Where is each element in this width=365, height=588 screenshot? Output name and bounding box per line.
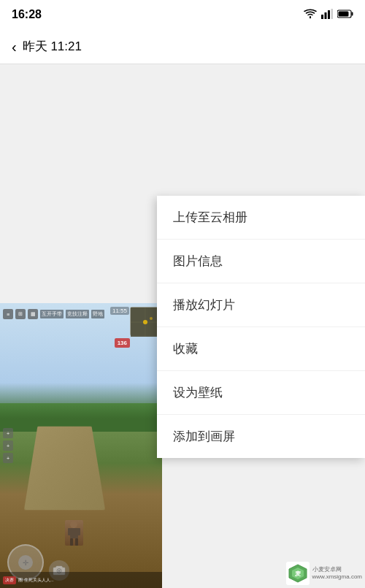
game-time: 11:55	[110, 307, 129, 315]
game-screenshot: ≡ ⊞ ▦ 互开手带 竞技注释 野地 11:55 136 +	[0, 303, 162, 588]
svg-rect-3	[328, 10, 330, 19]
svg-rect-7	[339, 12, 349, 17]
svg-point-0	[310, 16, 311, 18]
back-button[interactable]: ‹ 昨天 11:21	[12, 38, 82, 55]
status-bar: 16:28	[0, 0, 365, 29]
game-btn-1: +	[3, 428, 13, 438]
menu-item-favorite[interactable]: 收藏	[157, 327, 365, 371]
svg-rect-18	[75, 538, 78, 546]
nav-bar: ‹ 昨天 11:21	[0, 29, 365, 64]
wifi-icon	[304, 9, 317, 21]
battery-icon	[337, 9, 353, 20]
svg-rect-1	[321, 15, 323, 19]
svg-point-10	[150, 317, 153, 320]
game-mode-label: 互开手带	[40, 310, 64, 318]
watermark-logo: 麦	[286, 562, 310, 585]
game-bottom-bar: 决赛 圈 生死关头人人...	[0, 572, 162, 588]
joystick-center: ✛	[18, 555, 33, 570]
game-bottom-text: 圈 生死关头人人...	[18, 577, 54, 584]
game-menu-icon-1: ≡	[3, 309, 13, 319]
svg-rect-6	[352, 12, 353, 16]
mini-map	[130, 307, 159, 336]
game-character	[65, 520, 83, 546]
svg-rect-15	[68, 528, 71, 535]
game-top-left: ≡ ⊞ ▦ 互开手带 竞技注释 野地	[3, 309, 104, 319]
game-status-badge: 决赛	[3, 576, 16, 584]
watermark: 麦 小麦安卓网 www.xmsigma.com	[286, 562, 362, 585]
status-icons	[304, 9, 353, 21]
game-btn-2: +	[3, 440, 13, 451]
game-info-label: 竞技注释	[66, 310, 89, 318]
menu-item-set-wallpaper[interactable]: 设为壁纸	[157, 371, 365, 415]
svg-text:麦: 麦	[295, 570, 301, 577]
game-left-buttons: + + +	[3, 428, 13, 463]
signal-icon	[321, 9, 333, 21]
svg-rect-14	[70, 528, 78, 538]
joystick-arrows-icon: ✛	[23, 559, 28, 567]
svg-rect-17	[70, 538, 73, 546]
game-menu-icon-3: ▦	[28, 309, 38, 319]
game-btn-3: +	[3, 453, 13, 463]
status-time: 16:28	[12, 8, 42, 21]
game-extra-label: 野地	[91, 310, 104, 318]
game-menu-icon-2: ⊞	[15, 309, 26, 319]
menu-item-add-to-screen[interactable]: 添加到画屏	[157, 415, 365, 458]
svg-rect-2	[325, 12, 327, 19]
nav-title: 昨天 11:21	[23, 38, 82, 55]
player-count: 136	[115, 338, 130, 348]
svg-point-13	[70, 521, 77, 528]
menu-item-slideshow[interactable]: 播放幻灯片	[157, 283, 365, 327]
menu-item-upload-cloud[interactable]: 上传至云相册	[157, 196, 365, 240]
context-menu: 上传至云相册 图片信息 播放幻灯片 收藏 设为壁纸 添加到画屏	[157, 196, 365, 458]
watermark-text-block: 小麦安卓网 www.xmsigma.com	[312, 566, 362, 581]
back-arrow-icon: ‹	[12, 39, 17, 54]
menu-item-image-info[interactable]: 图片信息	[157, 240, 365, 283]
svg-rect-16	[77, 528, 80, 535]
road-path	[24, 427, 105, 511]
content-area: ≡ ⊞ ▦ 互开手带 竞技注释 野地 11:55 136 +	[0, 64, 365, 588]
watermark-site-name: 小麦安卓网	[312, 566, 362, 573]
watermark-url: www.xmsigma.com	[312, 573, 362, 581]
svg-rect-4	[331, 9, 334, 19]
